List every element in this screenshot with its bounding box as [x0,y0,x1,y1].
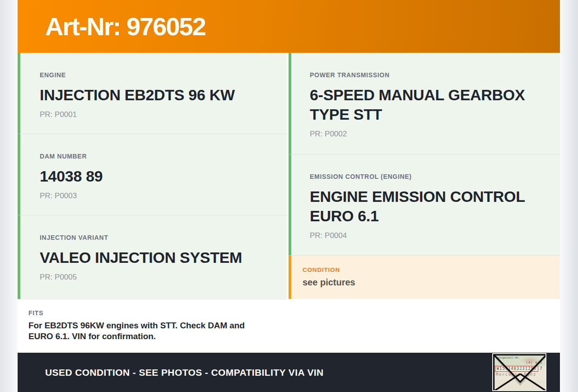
spec-pr-code: PR: P0003 [40,191,278,201]
fits-label: FITS [28,309,276,317]
spec-pr-code: PR: P0005 [40,273,278,282]
header: Art-Nr: 976052 [18,0,560,53]
spec-label: POWER TRANSMISSION [310,71,551,79]
envelope-icon [492,353,546,391]
left-column: ENGINE INJECTION EB2DTS 96 KW PR: P0001 … [18,53,287,351]
spec-label: EMISSION CONTROL (ENGINE) [310,173,551,180]
spec-card-power-transmission: POWER TRANSMISSION 6-SPEED MANUAL GEARBO… [289,53,560,154]
spec-card-injection-variant: INJECTION VARIANT VALEO INJECTION SYSTEM… [18,215,287,299]
spec-pr-code: PR: P0001 [40,110,278,119]
spec-label: INJECTION VARIANT [40,234,278,241]
spec-label: ENGINE [40,71,278,79]
right-column: POWER TRANSMISSION 6-SPEED MANUAL GEARBO… [289,53,560,351]
footer-text: USED CONDITION - SEE PHOTOS - COMPATIBIL… [45,367,324,378]
condition-text: see pictures [303,277,551,288]
spec-title: VALEO INJECTION SYSTEM [40,248,278,267]
spec-title: 6-SPEED MANUAL GEARBOX TYPE STT [310,85,543,124]
spec-card-engine: ENGINE INJECTION EB2DTS 96 KW PR: P0001 [18,53,287,134]
spec-pr-code: PR: P0002 [310,130,551,139]
spec-pr-code: PR: P0004 [310,231,551,240]
spec-title: INJECTION EB2DTS 96 KW [40,85,278,105]
document-photo[interactable]: Fahrgestell-Nr. |4| AiA W1571463J3129R 7… [492,353,546,391]
condition-label: CONDITION [303,266,551,273]
fits-text: For EB2DTS 96KW engines with STT. Check … [28,320,256,341]
spec-card-dam-number: DAM NUMBER 14038 89 PR: P0003 [18,134,287,215]
page-title: Art-Nr: 976052 [45,12,205,41]
spec-title: ENGINE EMISSION CONTROL EURO 6.1 [310,187,543,226]
spec-card-emission-control: EMISSION CONTROL (ENGINE) ENGINE EMISSIO… [289,154,560,255]
spec-label: DAM NUMBER [40,153,278,160]
spec-columns: ENGINE INJECTION EB2DTS 96 KW PR: P0001 … [18,53,560,351]
listing-page: Art-Nr: 976052 ENGINE INJECTION EB2DTS 9… [18,0,560,392]
fits-card: FITS For EB2DTS 96KW engines with STT. C… [18,299,287,351]
condition-card: CONDITION see pictures [289,255,560,299]
footer-bar: USED CONDITION - SEE PHOTOS - COMPATIBIL… [18,353,560,392]
spec-title: 14038 89 [40,167,278,186]
